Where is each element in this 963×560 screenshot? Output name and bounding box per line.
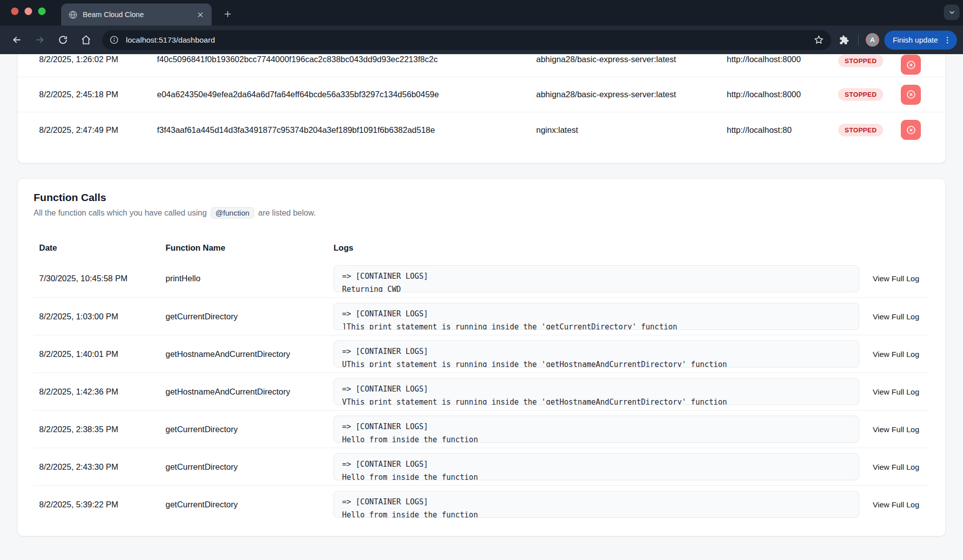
containers-card: 8/2/2025, 1:26:02 PM f40c5096841f0b19360…: [17, 54, 946, 163]
column-header-logs: Logs: [328, 243, 867, 253]
container-date: 8/2/2025, 2:47:49 PM: [39, 125, 157, 135]
window-minimize-button[interactable]: [25, 8, 32, 15]
function-call-row: 8/2/2025, 2:38:35 PM getCurrentDirectory…: [34, 410, 929, 448]
call-function-name: getHostnameAndCurrentDirectory: [160, 387, 328, 397]
log-preview[interactable]: => [CONTAINER LOGS]Hello from inside the…: [334, 453, 859, 480]
container-row: 8/2/2025, 2:47:49 PM f3f43aaf61a445d14d3…: [18, 112, 945, 147]
function-call-row: 8/2/2025, 1:03:00 PM getCurrentDirectory…: [34, 297, 929, 335]
forward-arrow-icon: [35, 35, 45, 45]
view-full-log-link[interactable]: View Full Log: [873, 312, 919, 321]
call-function-name: getHostnameAndCurrentDirectory: [160, 349, 328, 359]
container-image: nginx:latest: [536, 125, 727, 135]
profile-avatar[interactable]: A: [866, 33, 879, 47]
call-date: 8/2/2025, 5:39:22 PM: [34, 500, 160, 509]
container-row: 8/2/2025, 2:45:18 PM e04a624350e49efea2d…: [18, 77, 945, 112]
reload-icon: [58, 35, 68, 45]
container-url[interactable]: http://localhost:8000: [727, 55, 838, 64]
column-header-function-name: Function Name: [160, 243, 328, 253]
call-date: 8/2/2025, 1:42:36 PM: [34, 387, 160, 397]
function-call-row: 7/30/2025, 10:45:58 PM printHello => [CO…: [34, 260, 929, 297]
view-full-log-link[interactable]: View Full Log: [873, 350, 919, 358]
container-row: 8/2/2025, 1:26:02 PM f40c5096841f0b19360…: [18, 54, 945, 77]
bookmark-star-icon[interactable]: [814, 35, 824, 45]
container-id: f40c5096841f0b193602bcc7744000f196cac2c8…: [157, 55, 536, 64]
section-subtitle: All the function calls which you have ca…: [34, 207, 929, 219]
call-date: 8/2/2025, 1:03:00 PM: [34, 312, 160, 321]
call-date: 8/2/2025, 2:43:30 PM: [34, 462, 160, 472]
toolbar-divider: [858, 35, 859, 46]
container-image: abhigna28/basic-express-server:latest: [536, 90, 727, 99]
container-date: 8/2/2025, 1:26:02 PM: [39, 55, 157, 64]
function-call-row: 8/2/2025, 2:43:30 PM getCurrentDirectory…: [34, 448, 929, 485]
status-badge: STOPPED: [838, 55, 883, 67]
circle-x-icon: [906, 60, 916, 70]
finish-update-label: Finish update: [893, 36, 938, 44]
toolbar-right-group: A Finish update: [835, 31, 958, 50]
delete-container-button[interactable]: [901, 55, 921, 75]
home-icon: [81, 35, 91, 45]
reload-button[interactable]: [53, 31, 72, 50]
function-decorator-chip: @function: [211, 207, 255, 219]
view-full-log-link[interactable]: View Full Log: [873, 388, 919, 396]
call-date: 8/2/2025, 2:38:35 PM: [34, 425, 160, 434]
window-maximize-button[interactable]: [38, 8, 46, 15]
browser-tab[interactable]: Beam Cloud Clone: [61, 4, 212, 26]
container-url[interactable]: http://localhost:80: [727, 125, 838, 135]
log-preview[interactable]: => [CONTAINER LOGS]UThis print statement…: [334, 340, 859, 367]
container-date: 8/2/2025, 2:45:18 PM: [39, 90, 157, 99]
function-call-row: 8/2/2025, 1:42:36 PM getHostnameAndCurre…: [34, 372, 929, 410]
avatar-letter: A: [870, 36, 875, 44]
home-button[interactable]: [76, 31, 95, 50]
call-function-name: printHello: [160, 274, 328, 283]
function-call-row: 8/2/2025, 5:39:22 PM getCurrentDirectory…: [34, 485, 929, 523]
function-calls-card: Function Calls All the function calls wh…: [17, 178, 946, 536]
browser-tab-strip: Beam Cloud Clone: [0, 0, 963, 26]
subtitle-suffix: are listed below.: [258, 209, 316, 217]
tab-close-icon[interactable]: [196, 11, 205, 19]
log-preview[interactable]: => [CONTAINER LOGS]Hello from inside the…: [334, 416, 859, 443]
subtitle-prefix: All the function calls which you have ca…: [34, 209, 207, 217]
back-arrow-icon: [12, 35, 22, 45]
new-tab-button[interactable]: [221, 7, 235, 21]
view-full-log-link[interactable]: View Full Log: [873, 274, 919, 283]
back-button[interactable]: [7, 31, 26, 50]
call-date: 8/2/2025, 1:40:01 PM: [34, 349, 160, 359]
container-image: abhigna28/basic-express-server:latest: [536, 55, 727, 64]
tab-search-button[interactable]: [944, 5, 959, 20]
section-title: Function Calls: [34, 192, 929, 204]
site-info-icon[interactable]: [109, 35, 119, 45]
url-text[interactable]: localhost:5173/dashboard: [126, 36, 814, 45]
forward-button[interactable]: [30, 31, 49, 50]
log-preview[interactable]: => [CONTAINER LOGS]]This print statement…: [334, 303, 859, 330]
finish-update-button[interactable]: Finish update: [884, 31, 957, 50]
extensions-button[interactable]: [835, 31, 853, 49]
delete-container-button[interactable]: [901, 120, 921, 140]
delete-container-button[interactable]: [901, 85, 921, 105]
container-id: e04a624350e49efea2da64a6d7fa64eff64bcde5…: [157, 90, 536, 99]
column-header-date: Date: [34, 243, 160, 253]
log-preview[interactable]: => [CONTAINER LOGS]Returning CWD: [334, 265, 859, 292]
circle-x-icon: [906, 125, 916, 135]
call-function-name: getCurrentDirectory: [160, 312, 328, 321]
function-calls-table: Date Function Name Logs 7/30/2025, 10:45…: [34, 236, 929, 523]
call-function-name: getCurrentDirectory: [160, 425, 328, 434]
call-function-name: getCurrentDirectory: [160, 500, 328, 509]
call-function-name: getCurrentDirectory: [160, 462, 328, 472]
tab-title: Beam Cloud Clone: [83, 11, 196, 19]
table-header-row: Date Function Name Logs: [34, 236, 929, 260]
log-preview[interactable]: => [CONTAINER LOGS]Hello from inside the…: [334, 491, 859, 518]
view-full-log-link[interactable]: View Full Log: [873, 463, 919, 471]
container-url[interactable]: http://localhost:8000: [727, 90, 838, 99]
view-full-log-link[interactable]: View Full Log: [873, 500, 919, 509]
browser-menu-button[interactable]: [942, 35, 953, 46]
view-full-log-link[interactable]: View Full Log: [873, 425, 919, 434]
status-badge: STOPPED: [838, 124, 883, 136]
kebab-menu-icon: [943, 36, 952, 45]
browser-toolbar: localhost:5173/dashboard A Finish update: [0, 26, 963, 54]
chevron-down-icon: [948, 9, 955, 16]
log-preview[interactable]: => [CONTAINER LOGS]VThis print statement…: [334, 378, 859, 405]
window-close-button[interactable]: [11, 8, 19, 15]
dashboard-page: 8/2/2025, 1:26:02 PM f40c5096841f0b19360…: [0, 54, 963, 560]
function-call-row: 8/2/2025, 1:40:01 PM getHostnameAndCurre…: [34, 335, 929, 372]
address-bar[interactable]: localhost:5173/dashboard: [102, 30, 831, 50]
